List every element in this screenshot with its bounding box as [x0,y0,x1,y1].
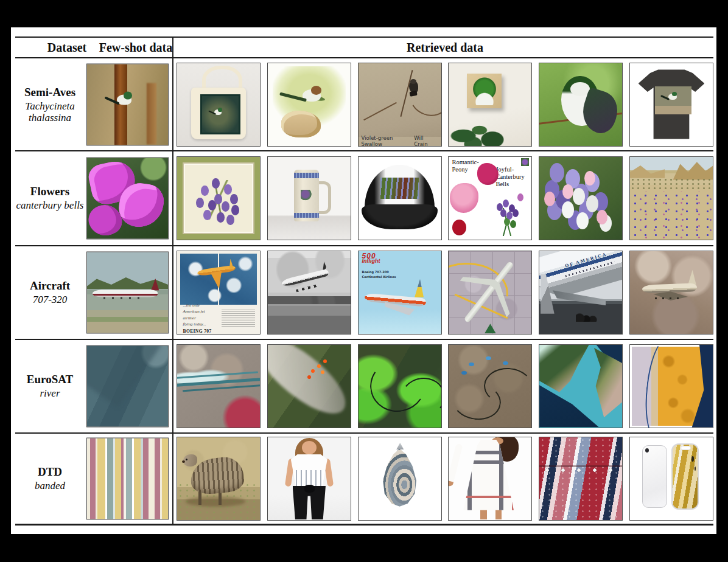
art-shape [448,443,463,487]
ad-brand: BOEING 707 [183,328,212,335]
art-shape [302,441,317,454]
art-shape [396,443,404,449]
retrieved-image [448,344,532,428]
table-row-flowers: Flowers canterbury bells Romantic- Peony [11,151,716,245]
art-shape [93,290,157,297]
fewshot-cell [86,157,169,239]
column-header-retrieved: Retrieved data [177,41,713,55]
retrieved-image: Romantic- Peony Joyful- Canterbury Bells [448,156,532,240]
dataset-label: EuroSAT river [15,373,85,399]
retrieved-cells [177,344,713,428]
retrieved-image [629,251,713,335]
art-shape [268,296,351,304]
retrieved-image: 500 Inflight Boeing 707-300 Continental … [358,251,442,335]
dataset-label: Aircraft 707-320 [15,279,85,305]
retrieved-cells [177,437,713,521]
art-shape [469,363,474,366]
art-shape [672,92,677,97]
retrieved-cells: Romantic- Peony Joyful- Canterbury Bells [177,156,713,240]
collage-line: Peony [452,166,467,173]
art-shape [539,437,622,520]
art-shape [183,454,197,467]
art-shape [281,268,329,287]
retrieved-image [177,437,261,521]
art-shape [544,192,555,206]
retrieved-image [267,437,351,521]
dataset-class: Tachycineta thalassina [15,100,85,123]
art-shape [688,270,696,285]
art-shape [177,366,233,391]
subtext-line: Continental Airlines [362,275,396,279]
column-header-fewshot: Few-shot data [91,41,180,55]
dataset-class: 707-320 [15,294,85,305]
fewshot-cell [86,437,169,519]
dataset-name: EuroSAT [15,373,85,386]
caption-species: Violet-green Swallow [362,135,415,147]
art-shape [380,178,419,199]
art-shape [630,163,665,178]
retrieved-image [177,156,261,240]
fewshot-cell [86,345,169,427]
art-shape [539,468,622,473]
model-box-subtext: Boeing 707-300 Continental Airlines [362,269,396,280]
retrieved-image [629,63,713,147]
retrieved-image [448,251,532,335]
art-shape [409,81,418,93]
retrieved-image [267,344,351,428]
art-shape [630,192,713,240]
table-rule-top [15,36,713,38]
art-shape [380,449,419,507]
retrieved-image: ...the only American jet airliner flying… [177,251,261,335]
retrieved-image [448,437,532,521]
art-shape [467,74,502,108]
fewshot-image [86,345,169,427]
art-shape [521,158,529,166]
collage-line: Bells [495,181,509,187]
retrieved-image [267,63,351,147]
art-shape [311,369,315,373]
retrieved-image [539,344,623,428]
photo-caption: Violet-green Swallow Will Crain [359,137,441,146]
table-row-eurosat: EuroSAT river [11,339,716,432]
art-shape [177,157,260,240]
art-shape [655,86,691,114]
dataset-label: Flowers canterbury bells [15,185,85,211]
retrieved-image [358,437,442,521]
logo-line: Inflight [362,258,380,263]
art-shape [86,345,162,408]
art-shape [410,79,417,84]
retrieved-image [358,156,442,240]
dataset-class: river [15,387,85,399]
collage-line: Joyful- [495,166,514,173]
art-shape [415,279,424,297]
art-shape [124,91,132,99]
dataset-class: canterbury bells [15,199,85,211]
art-shape [296,285,317,292]
ad-copy: ...the only American jet airliner flying… [183,302,215,328]
art-shape [450,183,479,213]
retrieved-image [267,251,351,335]
subtext-line: Boeing 707-300 [362,270,389,274]
retrieved-image [629,156,713,240]
art-shape [218,108,222,112]
art-shape [668,94,677,100]
ad-line: ...the only American jet airliner [183,303,205,321]
retrieved-image [629,437,713,521]
collage-text-left: Romantic- Peony [452,159,478,173]
art-shape [117,95,131,105]
art-shape [214,109,222,115]
art-shape [450,109,515,147]
art-shape [671,443,699,510]
retrieved-image [448,63,532,147]
retrieved-image [177,63,261,147]
dataset-name: Flowers [15,185,85,198]
art-shape [303,89,321,102]
collage-line: Canterbury [495,173,524,180]
art-shape [311,86,321,95]
art-shape [550,163,564,182]
fewshot-cell [86,251,169,333]
collage-line: Romantic- [452,159,478,165]
art-shape [222,310,254,328]
art-shape [573,188,585,205]
art-shape [477,163,499,184]
